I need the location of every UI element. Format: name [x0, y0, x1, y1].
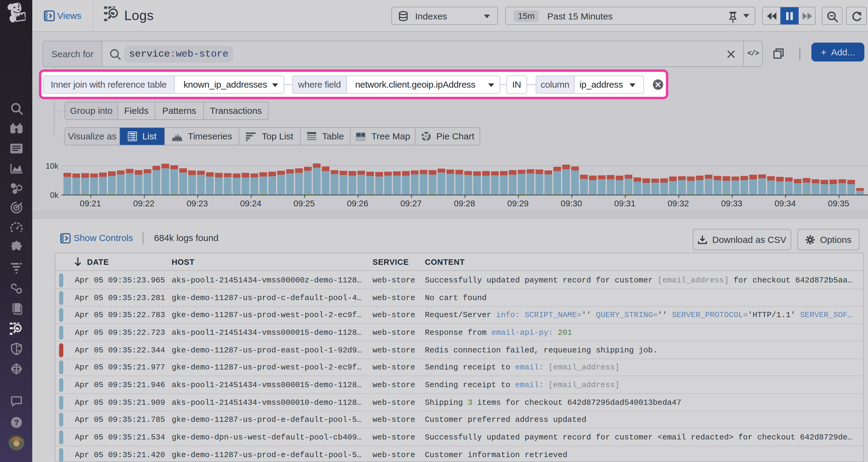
svg-text:?: ? — [14, 418, 19, 427]
